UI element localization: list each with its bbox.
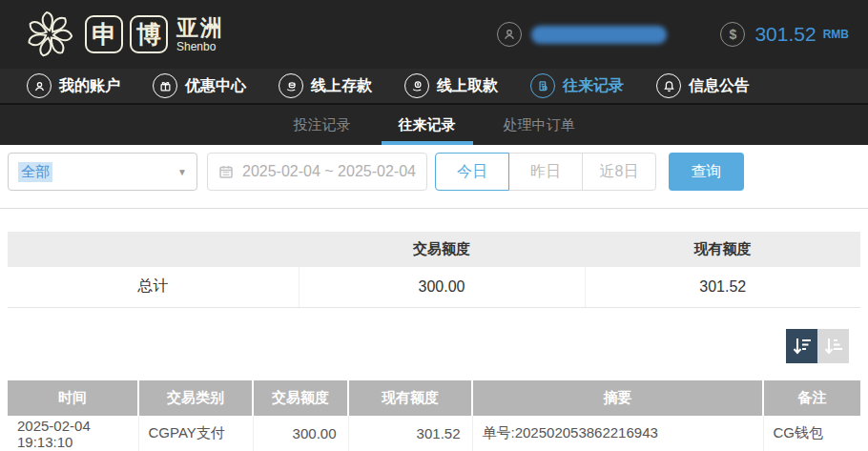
nav-item-my-account[interactable]: 我的账户 (27, 73, 120, 98)
nav-item-online-withdraw[interactable]: 线上取款 (404, 73, 498, 98)
summary-header-row: 交易额度 现有额度 (8, 232, 860, 267)
records-header-amount: 交易额度 (253, 380, 348, 416)
sort-ascending-button[interactable] (817, 329, 849, 363)
sort-descending-icon (792, 335, 813, 358)
nav-item-announcements[interactable]: 信息公告 (656, 73, 750, 98)
logo-suffix: 亚洲 Shenbo (176, 17, 224, 52)
logo-char-bo: 博 (130, 15, 168, 53)
main-navbar: 我的账户 优惠中心 线上存款 线上取款 (0, 69, 868, 105)
gift-icon (153, 73, 177, 98)
content: 全部 ▼ 2025-02-04 ~ 2025-02-04 今日 昨日 近8日 查… (0, 153, 868, 451)
nav-item-online-deposit[interactable]: 线上存款 (279, 73, 372, 98)
records-table: 时间 交易类别 交易额度 现有额度 摘要 备注 2025-02-04 19:13… (8, 380, 860, 451)
select-value: 全部 (18, 162, 52, 182)
summary-table: 交易额度 现有额度 总计 300.00 301.52 (8, 232, 860, 308)
yesterday-button[interactable]: 昨日 (508, 153, 583, 191)
record-note: CG钱包 (763, 416, 860, 451)
brand-logo[interactable]: 申 博 亚洲 Shenbo (25, 10, 224, 59)
bell-icon (656, 73, 681, 98)
deposit-icon (279, 73, 303, 98)
tab-betting-records[interactable]: 投注记录 (277, 105, 368, 145)
lotus-flower-icon (25, 10, 74, 59)
record-amount: 300.00 (253, 416, 348, 451)
sort-descending-button[interactable] (786, 329, 817, 363)
filter-bar: 全部 ▼ 2025-02-04 ~ 2025-02-04 今日 昨日 近8日 查… (8, 153, 860, 191)
summary-total-amount: 300.00 (299, 267, 585, 307)
user-icon (27, 73, 52, 98)
summary-total-row: 总计 300.00 301.52 (8, 267, 860, 307)
transaction-type-select[interactable]: 全部 ▼ (8, 153, 197, 191)
chevron-down-icon: ▼ (177, 167, 187, 177)
nav-label: 线上取款 (437, 76, 498, 96)
date-range-input[interactable]: 2025-02-04 ~ 2025-02-04 (207, 153, 427, 191)
summary-total-balance: 301.52 (585, 267, 860, 307)
date-range-value: 2025-02-04 ~ 2025-02-04 (242, 163, 416, 180)
record-balance: 301.52 (348, 416, 472, 451)
nav-label: 信息公告 (689, 76, 750, 96)
table-row: 2025-02-04 19:13:10 CGPAY支付 300.00 301.5… (8, 416, 860, 451)
balance-currency: RMB (823, 28, 849, 41)
query-button[interactable]: 查询 (669, 153, 744, 191)
summary-header-balance: 现有额度 (585, 232, 860, 267)
topbar-right: $ 301.52 RMB (497, 22, 849, 47)
logo-region-text: 亚洲 (176, 17, 224, 39)
sub-tabs: 投注记录 往来记录 处理中订单 (0, 105, 868, 145)
user-account[interactable] (497, 22, 667, 47)
nav-label: 往来记录 (563, 76, 624, 96)
records-header-type: 交易类别 (138, 380, 253, 416)
today-button[interactable]: 今日 (435, 153, 509, 191)
records-header-balance: 现有额度 (348, 380, 472, 416)
divider (0, 208, 868, 209)
records-icon (530, 73, 555, 98)
nav-label: 线上存款 (311, 76, 372, 96)
summary-total-label: 总计 (8, 267, 299, 307)
nav-item-transaction-records[interactable]: 往来记录 (530, 73, 624, 98)
balance-amount: 301.52 (754, 23, 816, 46)
topbar: 申 博 亚洲 Shenbo $ 301.52 RMB (0, 0, 868, 69)
records-header-row: 时间 交易类别 交易额度 现有额度 摘要 备注 (8, 380, 860, 416)
nav-label: 优惠中心 (185, 76, 246, 96)
withdraw-icon (404, 73, 429, 98)
records-header-memo: 摘要 (472, 380, 763, 416)
tab-processing-orders[interactable]: 处理中订单 (486, 105, 592, 145)
records-header-note: 备注 (763, 380, 860, 416)
balance[interactable]: $ 301.52 RMB (720, 22, 849, 47)
username-redacted (531, 26, 667, 44)
summary-header-empty (8, 232, 299, 267)
records-header-time: 时间 (8, 380, 138, 416)
record-type: CGPAY支付 (138, 416, 253, 451)
nav-item-promo-center[interactable]: 优惠中心 (153, 73, 246, 98)
last-8-days-button[interactable]: 近8日 (582, 153, 656, 191)
user-avatar-icon (497, 22, 522, 47)
summary-header-amount: 交易额度 (299, 232, 585, 267)
logo-en-text: Shenbo (176, 41, 224, 52)
sort-controls (19, 329, 849, 363)
record-time: 2025-02-04 19:13:10 (8, 416, 138, 451)
sort-ascending-icon (823, 335, 844, 358)
nav-label: 我的账户 (59, 76, 120, 96)
logo-char-shen: 申 (85, 15, 123, 53)
coin-dollar-icon: $ (720, 22, 745, 47)
quick-range-group: 今日 昨日 近8日 (435, 153, 656, 191)
calendar-icon (217, 163, 235, 180)
record-memo: 单号:202502053862216943 (472, 416, 763, 451)
tab-transaction-records[interactable]: 往来记录 (382, 105, 473, 145)
